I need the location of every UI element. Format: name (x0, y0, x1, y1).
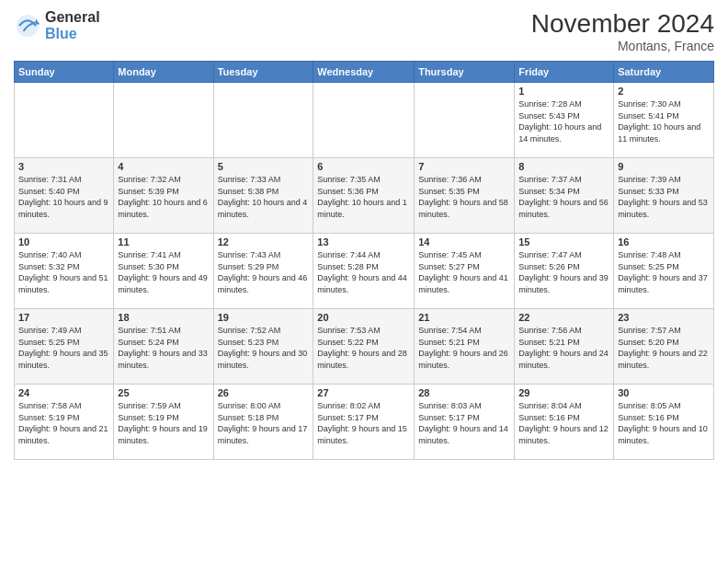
sunset: Sunset: 5:27 PM (418, 261, 510, 273)
sunset: Sunset: 5:30 PM (118, 261, 209, 273)
daylight: Daylight: 9 hours and 44 minutes. (317, 272, 410, 295)
calendar-cell (213, 83, 313, 158)
day-number: 24 (18, 387, 109, 398)
calendar-cell: 10 Sunrise: 7:40 AM Sunset: 5:32 PM Dayl… (15, 234, 114, 309)
calendar-cell: 8 Sunrise: 7:37 AM Sunset: 5:34 PM Dayli… (515, 158, 614, 234)
day-number: 3 (18, 161, 109, 172)
sunrise: Sunrise: 7:49 AM (18, 325, 109, 337)
calendar-cell: 20 Sunrise: 7:53 AM Sunset: 5:22 PM Dayl… (313, 309, 415, 385)
col-saturday: Saturday (614, 62, 714, 83)
daylight: Daylight: 9 hours and 35 minutes. (18, 348, 109, 371)
day-number: 13 (317, 236, 410, 247)
day-info: Sunrise: 7:30 AM Sunset: 5:41 PM Dayligh… (618, 98, 710, 144)
daylight: Daylight: 9 hours and 19 minutes. (118, 423, 209, 446)
sunset: Sunset: 5:17 PM (418, 412, 510, 424)
month-title: November 2024 (531, 9, 714, 39)
col-sunday: Sunday (15, 62, 114, 83)
day-info: Sunrise: 7:49 AM Sunset: 5:25 PM Dayligh… (18, 325, 109, 371)
day-number: 27 (317, 387, 410, 398)
col-wednesday: Wednesday (313, 62, 415, 83)
day-number: 18 (118, 312, 209, 323)
calendar-cell (415, 83, 515, 158)
daylight: Daylight: 10 hours and 6 minutes. (118, 197, 209, 220)
day-info: Sunrise: 7:48 AM Sunset: 5:25 PM Dayligh… (618, 249, 710, 295)
calendar-week-3: 10 Sunrise: 7:40 AM Sunset: 5:32 PM Dayl… (15, 234, 714, 309)
day-info: Sunrise: 7:51 AM Sunset: 5:24 PM Dayligh… (118, 325, 209, 371)
sunset: Sunset: 5:18 PM (218, 412, 310, 424)
sunrise: Sunrise: 8:03 AM (418, 400, 510, 412)
sunset: Sunset: 5:36 PM (317, 186, 410, 198)
daylight: Daylight: 9 hours and 26 minutes. (418, 348, 510, 371)
day-info: Sunrise: 7:47 AM Sunset: 5:26 PM Dayligh… (518, 249, 609, 295)
calendar-cell: 22 Sunrise: 7:56 AM Sunset: 5:21 PM Dayl… (515, 309, 614, 385)
sunset: Sunset: 5:33 PM (618, 186, 710, 198)
calendar-cell: 24 Sunrise: 7:58 AM Sunset: 5:19 PM Dayl… (15, 385, 114, 460)
calendar-cell: 9 Sunrise: 7:39 AM Sunset: 5:33 PM Dayli… (614, 158, 714, 234)
day-number: 5 (218, 161, 310, 172)
calendar-cell: 17 Sunrise: 7:49 AM Sunset: 5:25 PM Dayl… (15, 309, 114, 385)
day-number: 25 (118, 387, 209, 398)
sunrise: Sunrise: 7:40 AM (18, 249, 109, 261)
day-number: 21 (418, 312, 510, 323)
calendar-cell: 1 Sunrise: 7:28 AM Sunset: 5:43 PM Dayli… (515, 83, 614, 158)
day-number: 17 (18, 312, 109, 323)
sunrise: Sunrise: 7:53 AM (317, 325, 410, 337)
day-info: Sunrise: 7:45 AM Sunset: 5:27 PM Dayligh… (418, 249, 510, 295)
sunset: Sunset: 5:24 PM (118, 337, 209, 349)
calendar-cell: 12 Sunrise: 7:43 AM Sunset: 5:29 PM Dayl… (213, 234, 313, 309)
sunrise: Sunrise: 8:02 AM (317, 400, 410, 412)
calendar-cell (114, 83, 213, 158)
calendar-week-4: 17 Sunrise: 7:49 AM Sunset: 5:25 PM Dayl… (15, 309, 714, 385)
day-info: Sunrise: 7:39 AM Sunset: 5:33 PM Dayligh… (618, 174, 710, 220)
sunrise: Sunrise: 8:04 AM (518, 400, 609, 412)
day-number: 26 (218, 387, 310, 398)
day-info: Sunrise: 7:35 AM Sunset: 5:36 PM Dayligh… (317, 174, 410, 220)
sunset: Sunset: 5:39 PM (118, 186, 209, 198)
sunrise: Sunrise: 7:58 AM (18, 400, 109, 412)
daylight: Daylight: 9 hours and 22 minutes. (618, 348, 710, 371)
sunset: Sunset: 5:16 PM (518, 412, 609, 424)
sunrise: Sunrise: 7:59 AM (118, 400, 209, 412)
calendar-cell: 30 Sunrise: 8:05 AM Sunset: 5:16 PM Dayl… (614, 385, 714, 460)
day-number: 8 (518, 161, 609, 172)
day-number: 1 (518, 86, 609, 97)
day-info: Sunrise: 7:41 AM Sunset: 5:30 PM Dayligh… (118, 249, 209, 295)
day-number: 10 (18, 236, 109, 247)
day-number: 6 (317, 161, 410, 172)
day-info: Sunrise: 7:37 AM Sunset: 5:34 PM Dayligh… (518, 174, 609, 220)
day-info: Sunrise: 8:04 AM Sunset: 5:16 PM Dayligh… (518, 400, 609, 446)
calendar-cell: 16 Sunrise: 7:48 AM Sunset: 5:25 PM Dayl… (614, 234, 714, 309)
calendar-table: Sunday Monday Tuesday Wednesday Thursday… (14, 61, 714, 460)
day-info: Sunrise: 7:56 AM Sunset: 5:21 PM Dayligh… (518, 325, 609, 371)
daylight: Daylight: 9 hours and 14 minutes. (418, 423, 510, 446)
sunset: Sunset: 5:28 PM (317, 261, 410, 273)
day-number: 29 (518, 387, 609, 398)
day-info: Sunrise: 7:57 AM Sunset: 5:20 PM Dayligh… (618, 325, 710, 371)
day-number: 14 (418, 236, 510, 247)
calendar-week-1: 1 Sunrise: 7:28 AM Sunset: 5:43 PM Dayli… (15, 83, 714, 158)
sunrise: Sunrise: 7:30 AM (618, 98, 710, 110)
calendar-week-2: 3 Sunrise: 7:31 AM Sunset: 5:40 PM Dayli… (15, 158, 714, 234)
sunset: Sunset: 5:17 PM (317, 412, 410, 424)
daylight: Daylight: 9 hours and 28 minutes. (317, 348, 410, 371)
daylight: Daylight: 10 hours and 14 minutes. (518, 121, 609, 144)
calendar-cell: 19 Sunrise: 7:52 AM Sunset: 5:23 PM Dayl… (213, 309, 313, 385)
title-area: November 2024 Montans, France (531, 9, 714, 53)
col-tuesday: Tuesday (213, 62, 313, 83)
sunrise: Sunrise: 7:35 AM (317, 174, 410, 186)
calendar-cell: 5 Sunrise: 7:33 AM Sunset: 5:38 PM Dayli… (213, 158, 313, 234)
day-number: 15 (518, 236, 609, 247)
day-info: Sunrise: 7:28 AM Sunset: 5:43 PM Dayligh… (518, 98, 609, 144)
day-info: Sunrise: 7:54 AM Sunset: 5:21 PM Dayligh… (418, 325, 510, 371)
calendar-cell: 13 Sunrise: 7:44 AM Sunset: 5:28 PM Dayl… (313, 234, 415, 309)
sunset: Sunset: 5:19 PM (18, 412, 109, 424)
day-number: 16 (618, 236, 710, 247)
calendar-cell: 29 Sunrise: 8:04 AM Sunset: 5:16 PM Dayl… (515, 385, 614, 460)
calendar-cell: 7 Sunrise: 7:36 AM Sunset: 5:35 PM Dayli… (415, 158, 515, 234)
calendar-cell (15, 83, 114, 158)
daylight: Daylight: 9 hours and 37 minutes. (618, 272, 710, 295)
logo: General Blue (14, 9, 100, 41)
sunset: Sunset: 5:26 PM (518, 261, 609, 273)
logo-general: General (45, 9, 100, 26)
calendar-cell: 11 Sunrise: 7:41 AM Sunset: 5:30 PM Dayl… (114, 234, 213, 309)
